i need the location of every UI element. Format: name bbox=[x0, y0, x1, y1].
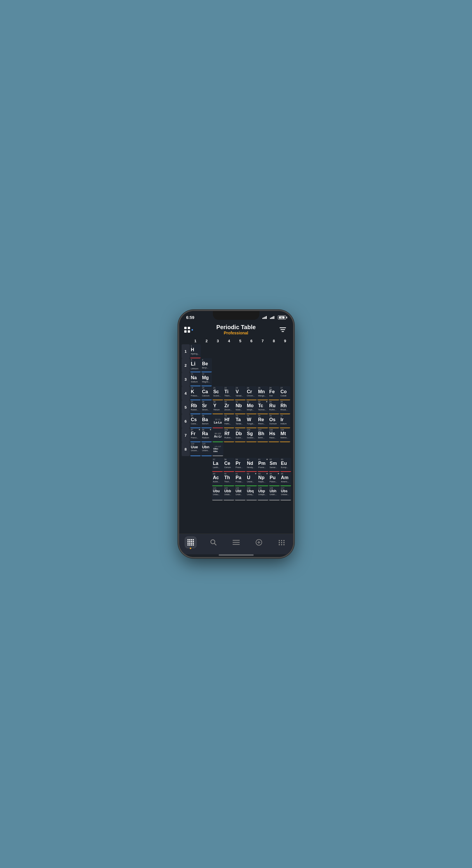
home-indicator bbox=[219, 554, 254, 556]
svg-rect-6 bbox=[282, 331, 284, 332]
element-Ubq[interactable]: 124 Ubq Unbiq... bbox=[246, 487, 257, 500]
tab-more[interactable] bbox=[273, 536, 290, 549]
element-Tc[interactable]: 43 Tc Techne... bbox=[257, 400, 268, 414]
element-K[interactable]: 19 K Potass... bbox=[190, 386, 201, 400]
element-Ubh[interactable]: 126 Ubh Unbih... bbox=[269, 487, 280, 500]
element-Pu[interactable]: 94 Pu Pluton... bbox=[269, 472, 280, 486]
actinide-row: 89 Ac Actini... 90 Th Thori... 91 Pa bbox=[181, 472, 291, 486]
element-Nb[interactable]: 41 Nb Niobi... bbox=[235, 400, 245, 414]
element-Ta[interactable]: 73 Ta Tantal... bbox=[235, 414, 245, 428]
svg-point-37 bbox=[278, 544, 279, 545]
element-Hf[interactable]: 72 Hf Hafni... bbox=[224, 414, 234, 428]
element-Li[interactable]: 3 Li Lithium bbox=[190, 358, 201, 372]
element-Nd[interactable]: 60 Nd Neody... bbox=[246, 458, 257, 472]
period-row-2: 2 3 Li Lithium 4 Be Beryl... bbox=[181, 358, 291, 372]
element-Ra[interactable]: 88 Ra Radium bbox=[201, 428, 212, 442]
element-Am[interactable]: 95 Am Americ... bbox=[280, 472, 291, 486]
element-V[interactable]: 23 V Vanad... bbox=[235, 386, 245, 400]
col-header-2: 2 bbox=[201, 338, 212, 344]
element-Pa[interactable]: 91 Pa Protac... bbox=[235, 472, 246, 486]
element-Sg[interactable]: 106 Sg Seabor... bbox=[246, 428, 257, 442]
element-Th[interactable]: 90 Th Thori... bbox=[223, 472, 234, 486]
element-Cs[interactable]: 55 Cs Caesi... bbox=[190, 414, 201, 428]
element-Rf[interactable]: 104 Rf Ruther... bbox=[224, 428, 234, 442]
element-Ti[interactable]: 22 Ti Titani... bbox=[224, 386, 234, 400]
svg-point-23 bbox=[211, 540, 215, 544]
period-label-5: 5 bbox=[182, 400, 190, 414]
element-Ba[interactable]: 56 Ba Barium bbox=[201, 414, 212, 428]
element-W[interactable]: 74 W Tungst... bbox=[246, 414, 257, 428]
element-Sm[interactable]: 62 Sm Samar... bbox=[269, 458, 280, 472]
element-La[interactable]: 57 La Lanth... bbox=[212, 458, 223, 472]
col-header-5: 5 bbox=[235, 338, 245, 344]
filter-icon[interactable] bbox=[277, 324, 288, 335]
element-Np[interactable]: 93 Np Neptu... bbox=[258, 472, 268, 486]
period-row-3: 3 11 Na Sodium 12 Mg Magne... bbox=[181, 372, 291, 386]
element-Re[interactable]: 75 Re Rheni... bbox=[257, 414, 268, 428]
element-Ac[interactable]: 89 Ac Actini... bbox=[212, 472, 223, 486]
element-Ca[interactable]: 20 Ca Calcium bbox=[201, 386, 212, 400]
tab-search[interactable] bbox=[205, 536, 222, 549]
element-Na[interactable]: 11 Na Sodium bbox=[190, 372, 201, 386]
element-Ubb[interactable]: 122 Ubb Unbib... bbox=[223, 487, 234, 500]
col-header-6: 6 bbox=[246, 338, 257, 344]
tab-list[interactable] bbox=[227, 536, 245, 549]
element-Ubn[interactable]: 120 Ubn Unbini... bbox=[201, 442, 212, 456]
element-Ir[interactable]: 77 Ir Iridium bbox=[279, 414, 290, 428]
element-Mo[interactable]: 42 Mo Molyb... bbox=[246, 400, 257, 414]
element-Pr[interactable]: 59 Pr Prase... bbox=[235, 458, 246, 472]
battery-level: 91 bbox=[281, 317, 283, 319]
svg-rect-22 bbox=[193, 545, 194, 546]
lanthanide-row: 57 La Lanth... 58 Ce Cerium 59 Pr bbox=[181, 458, 291, 472]
element-Rb[interactable]: 37 Rb Rubidi... bbox=[190, 400, 201, 414]
element-Uue[interactable]: 119 Uue Unune... bbox=[190, 442, 201, 456]
element-Pm[interactable]: 61 Pm Prome... bbox=[258, 458, 268, 472]
element-Db[interactable]: 105 Db Dubni... bbox=[235, 428, 245, 442]
element-Zr[interactable]: 40 Zr Zircon... bbox=[224, 400, 234, 414]
element-Eu[interactable]: 63 Eu Europ... bbox=[280, 458, 291, 472]
element-Sr[interactable]: 38 Sr Stront... bbox=[201, 400, 212, 414]
element-Y[interactable]: 39 Y Yttrium bbox=[212, 400, 223, 414]
element-Sc[interactable]: 21 Sc Scand... bbox=[212, 386, 223, 400]
element-Mg[interactable]: 12 Mg Magne... bbox=[201, 372, 212, 386]
element-Cr[interactable]: 24 Cr Chrom... bbox=[246, 386, 257, 400]
element-range-UbuUbs[interactable]: 121-127 Ubu-Ubs bbox=[212, 442, 223, 456]
element-Be[interactable]: 4 Be Beryl... bbox=[201, 358, 212, 372]
element-Ce[interactable]: 58 Ce Cerium bbox=[223, 458, 234, 472]
grid-icon[interactable] bbox=[184, 324, 195, 335]
phone-frame: 6:59 91 bbox=[179, 311, 293, 557]
notch bbox=[213, 311, 260, 320]
svg-rect-19 bbox=[187, 545, 188, 546]
tab-table-icon bbox=[184, 536, 197, 549]
header-title: Periodic Table Professional bbox=[216, 324, 256, 335]
element-Os[interactable]: 76 Os Osmium bbox=[268, 414, 279, 428]
element-Rh[interactable]: 45 Rh Rhodi... bbox=[279, 400, 290, 414]
svg-rect-18 bbox=[193, 542, 194, 544]
element-Fr[interactable]: 87 Fr Franci... bbox=[190, 428, 201, 442]
element-range-AcLr[interactable]: 89-103 Ac-Lr bbox=[212, 428, 223, 442]
element-U[interactable]: 92 U Uranii... bbox=[246, 472, 257, 486]
svg-rect-14 bbox=[193, 541, 194, 542]
svg-rect-10 bbox=[193, 539, 194, 540]
element-Ubs[interactable]: 127 Ubs Unbise... bbox=[280, 487, 291, 500]
element-Ubp[interactable]: 125 Ubp Unbipe... bbox=[258, 487, 268, 500]
element-H[interactable]: 1 H Hydrog... bbox=[190, 344, 201, 358]
period-label-1: 1 bbox=[182, 344, 190, 358]
tab-add[interactable] bbox=[250, 536, 268, 549]
element-Ru[interactable]: 44 Ru Ruthe... bbox=[268, 400, 279, 414]
element-Ubt[interactable]: 123 Ubt Unbtr... bbox=[235, 487, 246, 500]
element-Fe[interactable]: 26 Fe Iron bbox=[268, 386, 279, 400]
tab-table[interactable] bbox=[182, 536, 199, 549]
svg-point-31 bbox=[278, 540, 279, 541]
svg-rect-2 bbox=[184, 330, 186, 333]
period-label-4: 4 bbox=[182, 386, 190, 400]
element-Hs[interactable]: 108 Hs Hassi... bbox=[268, 428, 279, 442]
element-Bh[interactable]: 107 Bh Bohri... bbox=[257, 428, 268, 442]
element-Ubu[interactable]: 121 Ubu Unbiu... bbox=[212, 487, 223, 500]
element-Co[interactable]: 27 Co Cobalt bbox=[279, 386, 290, 400]
element-range-LaLu[interactable]: 57-71 La-Lu bbox=[212, 414, 223, 428]
element-Mn[interactable]: 25 Mn Manga... bbox=[257, 386, 268, 400]
status-time: 6:59 bbox=[186, 315, 195, 320]
element-Mt[interactable]: 109 Mt Meitne... bbox=[279, 428, 290, 442]
svg-rect-21 bbox=[191, 545, 192, 546]
